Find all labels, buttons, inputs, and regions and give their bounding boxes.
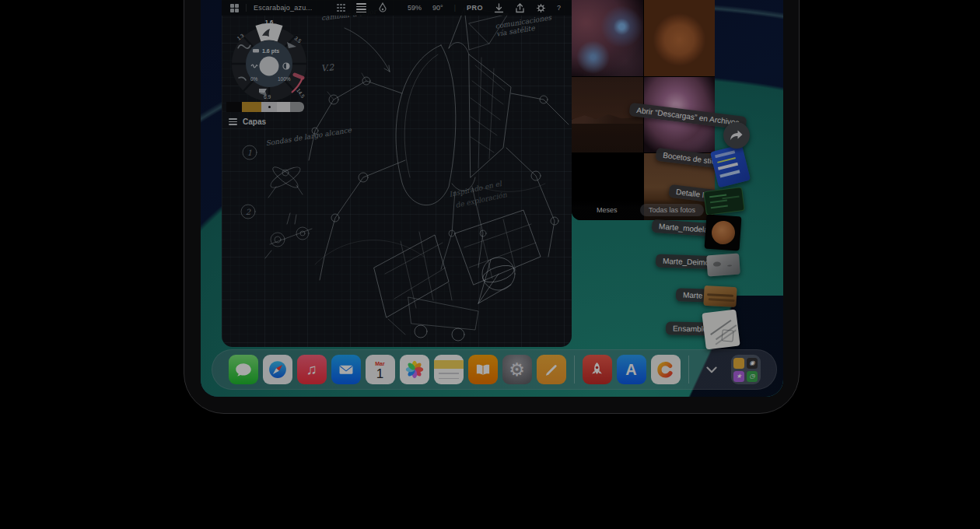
messages-bubble-icon bbox=[233, 359, 254, 380]
app-store-a-glyph: A bbox=[625, 361, 636, 379]
forward-arrow-icon bbox=[730, 129, 744, 142]
dock-divider bbox=[688, 356, 689, 384]
brush-pts-label: 1.6 pts bbox=[262, 48, 279, 54]
drag-thumb-marte-modelado[interactable] bbox=[705, 214, 742, 250]
dock-icon-books[interactable] bbox=[468, 355, 498, 384]
notes-line bbox=[439, 378, 459, 380]
photos-tab-todas-las-fotos[interactable]: Todas las fotos bbox=[640, 204, 704, 216]
color-swatch-bar[interactable] bbox=[226, 102, 304, 112]
pen-nib-icon[interactable] bbox=[377, 2, 388, 13]
library-mini-camera: ◉ bbox=[747, 358, 758, 369]
rotation-value[interactable]: 90° bbox=[432, 4, 443, 12]
library-mini-star: ★ bbox=[733, 371, 744, 382]
photos-tab-meses[interactable]: Meses bbox=[597, 206, 618, 214]
layers-label: Capas bbox=[243, 117, 266, 126]
dock-icon-app-store[interactable]: A bbox=[617, 355, 646, 384]
photos-flower-icon bbox=[403, 358, 426, 381]
pencil-icon bbox=[541, 359, 562, 380]
linea-sketch-window: 1 2 cambiar a color comunicaciones vía s… bbox=[222, 0, 572, 347]
gallery-grid-icon[interactable] bbox=[230, 4, 239, 12]
opacity-max-label: 100% bbox=[278, 76, 291, 82]
c-swirl-icon bbox=[655, 359, 677, 380]
probe-number-2: 2 bbox=[246, 208, 251, 216]
probe-number-1: 1 bbox=[247, 149, 252, 157]
layers-lines-icon[interactable] bbox=[356, 3, 366, 12]
active-brush-size: 1.6 bbox=[265, 19, 273, 26]
library-mini-yellow bbox=[733, 358, 744, 369]
drag-thumb-ensamble[interactable] bbox=[702, 309, 740, 349]
dock-icon-messages[interactable] bbox=[229, 355, 258, 384]
dock-icon-photos[interactable] bbox=[400, 355, 429, 384]
photo-thumbnail-mars-planet[interactable] bbox=[644, 0, 716, 76]
calendar-day: 1 bbox=[376, 367, 383, 380]
pro-badge[interactable]: PRO bbox=[467, 4, 483, 12]
dock-icon-music[interactable]: ♫ bbox=[297, 355, 327, 384]
drag-thumb-marte[interactable] bbox=[703, 286, 737, 307]
notes-line bbox=[439, 373, 459, 374]
layers-row[interactable]: Capas bbox=[229, 117, 266, 126]
ipad-screen: 1 2 cambiar a color comunicaciones vía s… bbox=[201, 0, 783, 397]
music-note-glyph: ♫ bbox=[306, 361, 317, 378]
books-open-book-icon bbox=[473, 359, 493, 380]
toolbar-separator: | bbox=[454, 4, 456, 12]
notes-yellow-strip bbox=[434, 360, 464, 369]
zoom-level[interactable]: 59% bbox=[408, 4, 422, 12]
brush-size-3[interactable]: 14.5 bbox=[296, 88, 306, 100]
dock-icon-rocket[interactable] bbox=[583, 355, 612, 384]
dock-icon-safari[interactable] bbox=[263, 355, 292, 384]
mail-envelope-icon bbox=[336, 359, 356, 380]
library-mini-green: ◷ bbox=[747, 371, 758, 382]
document-title[interactable]: Escarabajo_azu... bbox=[246, 4, 320, 12]
dock-icon-calendar[interactable]: Mar 1 bbox=[366, 355, 395, 384]
brush-tool-wheel[interactable]: 1.3 3.5 14.5 6.9 1.6 1.6 pts 0% 100% bbox=[228, 17, 310, 103]
layers-menu-icon bbox=[229, 118, 237, 125]
swatch-mid-gray[interactable] bbox=[290, 102, 304, 112]
dock-icon-settings[interactable]: ⚙ bbox=[502, 355, 532, 384]
photos-tab-bar: Meses Todas las fotos bbox=[572, 199, 715, 220]
dock: ♫ Mar 1 bbox=[212, 349, 777, 390]
rocket-icon bbox=[586, 359, 607, 380]
swatch-black[interactable] bbox=[226, 102, 242, 112]
settings-gear-glyph: ⚙ bbox=[509, 359, 525, 380]
app-library-grid: ◉ ★ ◷ bbox=[733, 358, 758, 382]
share-icon[interactable] bbox=[515, 3, 525, 13]
canvas-note-version: V.2 bbox=[320, 63, 334, 74]
drag-thumb-sticker-green[interactable] bbox=[703, 187, 744, 215]
safari-compass-icon bbox=[266, 358, 289, 381]
opacity-min-label: 0% bbox=[250, 76, 258, 82]
swatch-gold[interactable] bbox=[242, 102, 261, 112]
dock-icon-mail[interactable] bbox=[331, 355, 361, 384]
dock-icon-c-app[interactable] bbox=[651, 355, 681, 384]
drag-thumb-marte-deimos[interactable] bbox=[706, 254, 740, 277]
calendar-month: Mar bbox=[375, 361, 384, 366]
chevron-down-icon bbox=[702, 360, 721, 379]
dock-icon-app-library[interactable]: ◉ ★ ◷ bbox=[731, 355, 761, 384]
dots-grid-icon[interactable] bbox=[337, 4, 345, 12]
swatch-light-gray[interactable] bbox=[277, 102, 290, 112]
linea-toolbar: Escarabajo_azu... 59% 90° | PRO bbox=[222, 0, 572, 16]
dock-divider bbox=[574, 356, 575, 384]
download-icon[interactable] bbox=[494, 3, 504, 13]
stage: 1 2 cambiar a color comunicaciones vía s… bbox=[0, 0, 980, 529]
share-forward-button[interactable] bbox=[723, 122, 750, 149]
dock-icon-linea-sketch[interactable] bbox=[537, 355, 566, 384]
dock-icon-notes[interactable] bbox=[434, 355, 464, 384]
photo-thumbnail-nebula[interactable] bbox=[572, 0, 643, 76]
dock-hide-chevron[interactable] bbox=[697, 355, 726, 384]
swatch-selected-gray[interactable] bbox=[261, 102, 277, 112]
settings-gear-icon[interactable] bbox=[536, 3, 546, 13]
help-button[interactable]: ? bbox=[557, 4, 561, 12]
brush-size-4[interactable]: 6.9 bbox=[264, 94, 271, 100]
